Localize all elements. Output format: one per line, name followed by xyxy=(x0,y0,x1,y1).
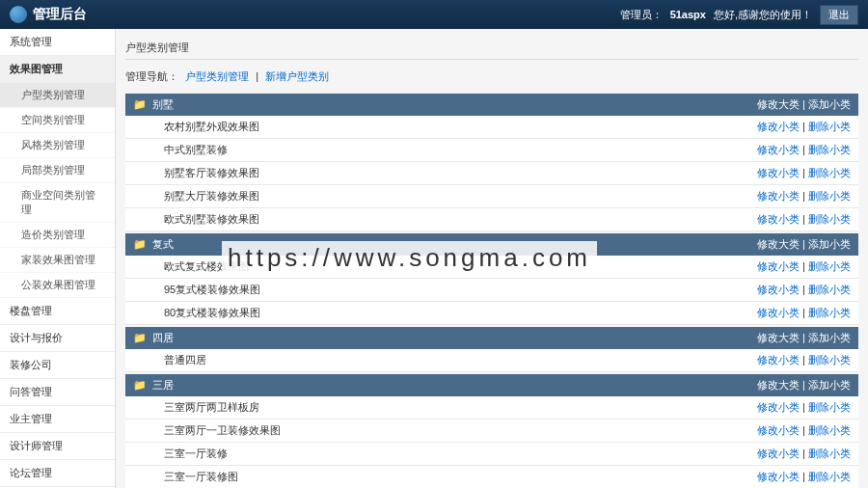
category-name: 别墅 xyxy=(152,97,174,112)
add-subcategory-link[interactable]: 添加小类 xyxy=(808,238,851,250)
item-actions: 修改小类 | 删除小类 xyxy=(757,447,851,461)
category-header-0: 📁别墅修改大类 | 添加小类 xyxy=(125,94,858,116)
category-actions: 修改大类 | 添加小类 xyxy=(757,331,851,345)
edit-category-link[interactable]: 修改大类 xyxy=(757,332,800,343)
item-actions: 修改小类 | 删除小类 xyxy=(757,189,851,203)
item-row: 别墅客厅装修效果图修改小类 | 删除小类 xyxy=(125,162,858,185)
item-actions: 修改小类 | 删除小类 xyxy=(757,423,851,438)
item-name: 别墅大厅装修效果图 xyxy=(164,189,259,203)
item-name: 三室一厅装修图 xyxy=(164,470,238,484)
add-subcategory-link[interactable]: 添加小类 xyxy=(808,332,851,343)
item-actions: 修改小类 | 删除小类 xyxy=(757,259,851,274)
delete-item-link[interactable]: 删除小类 xyxy=(808,144,851,155)
sidebar-item-1[interactable]: 效果图管理 xyxy=(0,56,115,83)
sidebar-item-5[interactable]: 局部类别管理 xyxy=(0,158,115,183)
header-right: 管理员： 51aspx 您好,感谢您的使用！ 退出 xyxy=(620,5,858,25)
breadcrumb-link-2[interactable]: 新增户型类别 xyxy=(265,70,329,82)
item-name: 欧式别墅装修效果图 xyxy=(164,212,259,227)
folder-icon: 📁 xyxy=(133,332,147,344)
admin-label: 管理员： xyxy=(620,8,663,22)
sidebar-item-3[interactable]: 空间类别管理 xyxy=(0,108,115,133)
delete-item-link[interactable]: 删除小类 xyxy=(808,190,851,202)
delete-item-link[interactable]: 删除小类 xyxy=(808,260,851,272)
delete-item-link[interactable]: 删除小类 xyxy=(808,354,851,366)
delete-item-link[interactable]: 删除小类 xyxy=(808,471,851,482)
item-row: 三室两厅两卫样板房修改小类 | 删除小类 xyxy=(125,396,858,420)
edit-item-link[interactable]: 修改小类 xyxy=(757,471,800,482)
edit-item-link[interactable]: 修改小类 xyxy=(757,144,800,155)
welcome-text: 您好,感谢您的使用！ xyxy=(714,8,812,22)
breadcrumb-link-1[interactable]: 户型类别管理 xyxy=(185,70,249,82)
item-actions: 修改小类 | 删除小类 xyxy=(757,120,851,134)
edit-category-link[interactable]: 修改大类 xyxy=(757,379,800,391)
edit-item-link[interactable]: 修改小类 xyxy=(757,260,800,272)
sidebar-item-10[interactable]: 楼盘管理 xyxy=(0,298,115,325)
edit-item-link[interactable]: 修改小类 xyxy=(757,190,800,202)
folder-icon: 📁 xyxy=(133,238,147,251)
category-name: 四居 xyxy=(152,331,174,345)
delete-item-link[interactable]: 删除小类 xyxy=(808,307,851,318)
delete-item-link[interactable]: 删除小类 xyxy=(808,424,851,436)
category-actions: 修改大类 | 添加小类 xyxy=(757,97,851,112)
edit-item-link[interactable]: 修改小类 xyxy=(757,447,800,459)
edit-item-link[interactable]: 修改小类 xyxy=(757,284,800,295)
sidebar: 系统管理效果图管理户型类别管理空间类别管理风格类别管理局部类别管理商业空间类别管… xyxy=(0,29,116,488)
category-actions: 修改大类 | 添加小类 xyxy=(757,237,851,252)
add-subcategory-link[interactable]: 添加小类 xyxy=(808,98,851,110)
edit-item-link[interactable]: 修改小类 xyxy=(757,354,800,366)
item-row: 别墅大厅装修效果图修改小类 | 删除小类 xyxy=(125,185,858,208)
edit-item-link[interactable]: 修改小类 xyxy=(757,401,800,413)
breadcrumb: 管理导航： 户型类别管理 | 新增户型类别 xyxy=(125,66,858,88)
category-header-3: 📁三居修改大类 | 添加小类 xyxy=(125,374,858,396)
edit-item-link[interactable]: 修改小类 xyxy=(757,307,800,318)
category-name: 三居 xyxy=(152,378,174,393)
edit-item-link[interactable]: 修改小类 xyxy=(757,424,800,436)
item-actions: 修改小类 | 删除小类 xyxy=(757,353,851,367)
item-actions: 修改小类 | 删除小类 xyxy=(757,143,851,157)
sidebar-item-2[interactable]: 户型类别管理 xyxy=(0,83,115,108)
item-actions: 修改小类 | 删除小类 xyxy=(757,212,851,227)
sidebar-item-8[interactable]: 家装效果图管理 xyxy=(0,248,115,273)
app-title: 管理后台 xyxy=(33,6,87,23)
sidebar-item-0[interactable]: 系统管理 xyxy=(0,29,115,56)
item-name: 别墅客厅装修效果图 xyxy=(164,166,259,180)
sidebar-item-13[interactable]: 问答管理 xyxy=(0,379,115,406)
sidebar-item-6[interactable]: 商业空间类别管理 xyxy=(0,183,115,223)
sidebar-item-12[interactable]: 装修公司 xyxy=(0,352,115,379)
item-row: 80复式楼装修效果图修改小类 | 删除小类 xyxy=(125,302,858,325)
item-row: 三室一厅装修修改小类 | 删除小类 xyxy=(125,443,858,466)
edit-item-link[interactable]: 修改小类 xyxy=(757,213,800,225)
logout-button[interactable]: 退出 xyxy=(820,5,858,25)
delete-item-link[interactable]: 删除小类 xyxy=(808,213,851,225)
sidebar-item-9[interactable]: 公装效果图管理 xyxy=(0,273,115,298)
delete-item-link[interactable]: 删除小类 xyxy=(808,167,851,178)
category-header-2: 📁四居修改大类 | 添加小类 xyxy=(125,327,858,349)
sidebar-item-14[interactable]: 业主管理 xyxy=(0,406,115,433)
item-row: 普通四居修改小类 | 删除小类 xyxy=(125,349,858,372)
main: 系统管理效果图管理户型类别管理空间类别管理风格类别管理局部类别管理商业空间类别管… xyxy=(0,29,868,488)
delete-item-link[interactable]: 删除小类 xyxy=(808,284,851,295)
item-row: 欧式复式楼效果图修改小类 | 删除小类 xyxy=(125,256,858,279)
item-row: 中式别墅装修修改小类 | 删除小类 xyxy=(125,139,858,162)
add-subcategory-link[interactable]: 添加小类 xyxy=(808,379,851,391)
sidebar-item-11[interactable]: 设计与报价 xyxy=(0,325,115,352)
logo: 管理后台 xyxy=(10,6,87,23)
edit-item-link[interactable]: 修改小类 xyxy=(757,121,800,132)
logo-icon xyxy=(10,6,27,23)
category-actions: 修改大类 | 添加小类 xyxy=(757,378,851,393)
delete-item-link[interactable]: 删除小类 xyxy=(808,447,851,459)
sidebar-item-7[interactable]: 造价类别管理 xyxy=(0,223,115,248)
sidebar-item-16[interactable]: 论坛管理 xyxy=(0,460,115,487)
item-name: 95复式楼装修效果图 xyxy=(164,283,260,297)
sidebar-item-15[interactable]: 设计师管理 xyxy=(0,433,115,460)
edit-category-link[interactable]: 修改大类 xyxy=(757,238,800,250)
edit-category-link[interactable]: 修改大类 xyxy=(757,98,800,110)
category-name: 复式 xyxy=(152,237,174,252)
item-name: 普通四居 xyxy=(164,353,206,367)
item-actions: 修改小类 | 删除小类 xyxy=(757,166,851,180)
delete-item-link[interactable]: 删除小类 xyxy=(808,401,851,413)
edit-item-link[interactable]: 修改小类 xyxy=(757,167,800,178)
item-name: 中式别墅装修 xyxy=(164,143,228,157)
delete-item-link[interactable]: 删除小类 xyxy=(808,121,851,132)
sidebar-item-4[interactable]: 风格类别管理 xyxy=(0,133,115,158)
